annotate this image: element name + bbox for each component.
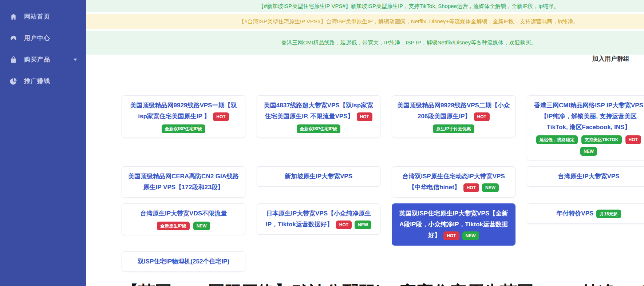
product-title: 台湾原生IP大带宽VPS: [558, 173, 619, 180]
badge: HOT: [336, 221, 352, 229]
badge: HOT: [463, 183, 479, 192]
sidebar: 网站首页用户中心购买产品推广赚钱: [0, 0, 86, 286]
product-grid: 美国顶级精品网9929线路VPS一期【双isp家宽住宅美国原生IP 】HOT全新…: [122, 95, 644, 272]
announcement-banner: 【#台湾ISP类型住宅原生IP VPS#】台湾ISP类型原生IP，解锁动画疯，N…: [86, 14, 644, 29]
hero-line1: 【英国BGP国际网络】默认分配双isp家宽住宅原生英国IP。IP纯净，Tikto…: [122, 282, 644, 286]
product-title-row: 香港三网CMI精品网络ISP IP大带宽VPS【IP纯净，解锁美丽, 支持运营美…: [532, 100, 644, 133]
product-title-row: 美国顶级精品网CERA高防CN2 GIA线路原生IP VPS【172段和23段】: [127, 171, 240, 193]
badge: 全新双ISP住宅IP段: [162, 124, 206, 133]
product-card[interactable]: 美国顶级精品网9929线路VPS一期【双isp家宽住宅美国原生IP 】HOT全新…: [122, 95, 245, 138]
product-title-row: 台湾原生IP大带宽VDS不限流量: [127, 208, 240, 219]
product-title-row: 美国顶级精品网9929线路VPS一期【双isp家宽住宅美国原生IP 】HOT: [127, 100, 240, 122]
badge: 原生IP手付更优惠: [433, 124, 474, 133]
announcement-banner: 【#新加坡ISP类型住宅原生IP VPS#】新加坡ISP类型原生IP，支持Tik…: [86, 0, 644, 12]
product-title: 美国顶级精品网CERA高防CN2 GIA线路原生IP VPS【172段和23段】: [128, 173, 239, 191]
badge: HOT: [474, 112, 490, 121]
sidebar-nav: 网站首页用户中心购买产品推广赚钱: [0, 0, 86, 92]
badge: NEW: [193, 222, 210, 230]
product-title-row: 新加坡原生IP大带宽VPS: [262, 171, 375, 182]
product-title: 台湾原生IP大带宽VDS不限流量: [140, 210, 227, 217]
badge: 全新原生IP段: [157, 222, 189, 230]
product-card[interactable]: 英国双ISP住宅原生IP大带宽VPS【全新A段IP段，小众纯净IP，Tiktok…: [392, 203, 515, 246]
product-title-row: 英国双ISP住宅原生IP大带宽VPS【全新A段IP段，小众纯净IP，Tiktok…: [397, 208, 510, 241]
product-title-row: 台湾双ISP原生住宅动态IP大带宽VPS【中华电信hinet】HOTNEW: [397, 171, 510, 193]
announcement-banners: 【#新加坡ISP类型住宅原生IP VPS#】新加坡ISP类型原生IP，支持Tik…: [86, 0, 644, 55]
caret-down-icon: [74, 59, 77, 61]
product-card[interactable]: 台湾原生IP大带宽VPS: [527, 166, 644, 187]
badge: HOT: [357, 112, 372, 121]
product-card[interactable]: 美国顶级精品网9929线路VPS二期【小众206段美国原生IP】HOT原生IP手…: [392, 95, 515, 138]
badge: NEW: [462, 231, 479, 240]
product-badges: 延迟低，线路稳定支持美区TIKTOKHOTNEW: [532, 135, 644, 156]
product-card[interactable]: 美国顶级精品网CERA高防CN2 GIA线路原生IP VPS【172段和23段】: [122, 166, 245, 198]
main-content: 【#新加坡ISP类型住宅原生IP VPS#】新加坡ISP类型原生IP，支持Tik…: [86, 0, 644, 286]
product-title: 双ISP住宅IP物理机(252个住宅IP): [138, 258, 229, 265]
badge: HOT: [625, 135, 641, 144]
badge: 延迟低，线路稳定: [536, 135, 578, 144]
product-badges: 全新原生IP段NEW: [127, 222, 240, 230]
badge: 支持美区TIKTOK: [581, 135, 621, 144]
badge: HOT: [213, 112, 229, 121]
badge: NEW: [580, 147, 597, 156]
shopping-bag-icon: [9, 56, 17, 64]
product-card[interactable]: 香港三网CMI精品网络ISP IP大带宽VPS【IP纯净，解锁美丽, 支持运营美…: [527, 95, 644, 160]
product-card[interactable]: 台湾双ISP原生住宅动态IP大带宽VPS【中华电信hinet】HOTNEW: [392, 166, 515, 198]
product-card[interactable]: 年付特价VPS月16元起: [527, 203, 644, 224]
product-title: 香港三网CMI精品网络ISP IP大带宽VPS【IP纯净，解锁美丽, 支持运营美…: [534, 102, 643, 131]
product-card[interactable]: 日本原生IP大带宽VPS【小众纯净原生IP，Tiktok运营数据好】HOTNEW: [257, 203, 380, 235]
product-title-row: 美国顶级精品网9929线路VPS二期【小众206段美国原生IP】HOT: [397, 100, 510, 122]
product-title: 美国顶级精品网9929线路VPS二期【小众206段美国原生IP】: [397, 102, 510, 120]
product-badges: 全新双ISP住宅IP段: [127, 124, 240, 133]
product-card[interactable]: 双ISP住宅IP物理机(252个住宅IP): [122, 251, 245, 272]
badge: 全新双ISP住宅IP段: [297, 124, 341, 133]
badge: HOT: [443, 231, 459, 240]
product-title-row: 双ISP住宅IP物理机(252个住宅IP): [127, 256, 240, 267]
pie-chart-icon: [9, 77, 17, 85]
product-badges: 全新双ISP住宅IP段: [262, 124, 375, 133]
product-card[interactable]: 新加坡原生IP大带宽VPS: [257, 166, 380, 187]
sidebar-item-label: 网站首页: [24, 12, 50, 21]
badge: NEW: [355, 221, 371, 229]
topbar: 加入用户群组 账户管理: [86, 55, 644, 63]
join-group-link[interactable]: 加入用户群组: [592, 55, 629, 63]
badge: 月16元起: [596, 210, 621, 218]
sidebar-item-user-center[interactable]: 用户中心: [0, 27, 86, 49]
hero-heading: 【英国BGP国际网络】默认分配双isp家宽住宅原生英国IP。IP纯净，Tikto…: [122, 282, 644, 286]
app-root: 网站首页用户中心购买产品推广赚钱 【#新加坡ISP类型住宅原生IP VPS#】新…: [0, 0, 644, 286]
sidebar-item-promote-earn[interactable]: 推广赚钱: [0, 70, 86, 92]
product-title: 新加坡原生IP大带宽VPS: [285, 173, 352, 180]
sidebar-item-buy-products[interactable]: 购买产品: [0, 49, 86, 70]
sidebar-item-label: 购买产品: [24, 55, 50, 64]
dashboard-icon: [9, 34, 17, 42]
sidebar-item-label: 用户中心: [24, 34, 50, 42]
product-title: 年付特价VPS: [556, 210, 593, 217]
badge: NEW: [482, 183, 499, 192]
product-card[interactable]: 美国4837线路超大带宽VPS【双isp家宽住宅美国原生IP, 不限流量VPS】…: [257, 95, 380, 138]
sidebar-item-home[interactable]: 网站首页: [0, 6, 86, 27]
product-card[interactable]: 台湾原生IP大带宽VDS不限流量全新原生IP段NEW: [122, 203, 245, 235]
home-icon: [9, 13, 17, 21]
product-title-row: 日本原生IP大带宽VPS【小众纯净原生IP，Tiktok运营数据好】HOTNEW: [262, 208, 375, 230]
product-title-row: 台湾原生IP大带宽VPS: [532, 171, 644, 182]
sidebar-item-label: 推广赚钱: [24, 77, 50, 85]
announcement-banner: 香港三网CMI精品线路，延迟低，带宽大，IP纯净，ISP IP，解锁Netfli…: [86, 31, 644, 55]
product-title-row: 美国4837线路超大带宽VPS【双isp家宽住宅美国原生IP, 不限流量VPS】…: [262, 100, 375, 122]
product-badges: 原生IP手付更优惠: [397, 124, 510, 133]
product-title-row: 年付特价VPS月16元起: [532, 208, 644, 219]
